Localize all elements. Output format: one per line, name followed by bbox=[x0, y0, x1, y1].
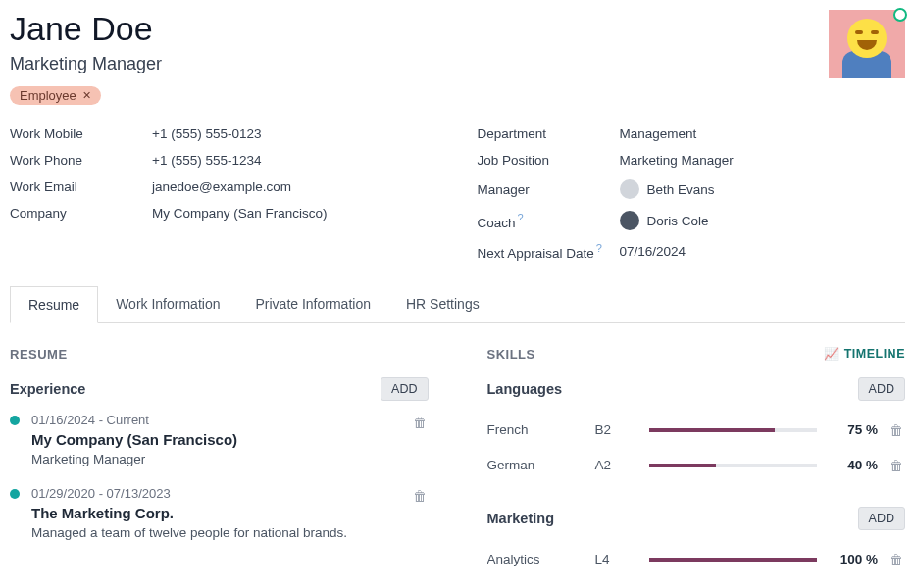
position-label: Job Position bbox=[478, 153, 620, 168]
avatar[interactable] bbox=[829, 10, 905, 78]
experience-item: 01/29/2020 - 07/13/2023 The Marketing Co… bbox=[10, 486, 429, 540]
skill-row: Digital advertisi... L4 100 % 🗑 bbox=[487, 577, 906, 589]
skills-section-title: SKILLS bbox=[487, 347, 535, 362]
delete-experience-button[interactable]: 🗑 bbox=[411, 413, 429, 432]
skill-percent: 100 % bbox=[831, 552, 878, 566]
help-icon[interactable]: ? bbox=[596, 242, 602, 254]
position-value[interactable]: Marketing Manager bbox=[620, 153, 734, 168]
coach-name: Doris Cole bbox=[647, 214, 709, 228]
skill-level: A2 bbox=[595, 458, 639, 472]
manager-value[interactable]: Beth Evans bbox=[620, 179, 715, 199]
skill-progress bbox=[649, 558, 818, 562]
coach-avatar-icon bbox=[620, 211, 639, 230]
work-phone-label: Work Phone bbox=[10, 153, 152, 168]
skill-row: French B2 75 % 🗑 bbox=[487, 413, 906, 448]
experience-company: The Marketing Corp. bbox=[31, 505, 347, 521]
tab-hr-settings[interactable]: HR Settings bbox=[388, 286, 497, 322]
skill-percent: 75 % bbox=[831, 422, 878, 437]
skill-progress bbox=[649, 428, 818, 432]
timeline-bullet-icon bbox=[10, 416, 20, 425]
timeline-bullet-icon bbox=[10, 489, 20, 499]
help-icon[interactable]: ? bbox=[518, 212, 524, 223]
skill-percent: 40 % bbox=[831, 458, 878, 472]
timeline-link[interactable]: TIMELINE bbox=[824, 347, 905, 361]
manager-label: Manager bbox=[478, 182, 620, 197]
skill-name: French bbox=[487, 422, 585, 437]
experience-dates: 01/29/2020 - 07/13/2023 bbox=[31, 486, 347, 501]
appraisal-label: Next Appraisal Date? bbox=[478, 242, 620, 261]
delete-skill-button[interactable]: 🗑 bbox=[888, 585, 905, 589]
experience-title: Experience bbox=[10, 381, 85, 397]
tab-work-information[interactable]: Work Information bbox=[98, 286, 237, 322]
tabs: Resume Work Information Private Informat… bbox=[10, 286, 905, 323]
manager-name: Beth Evans bbox=[647, 182, 715, 197]
skill-level: B2 bbox=[595, 422, 639, 437]
experience-role: Marketing Manager bbox=[31, 452, 237, 466]
tab-private-information[interactable]: Private Information bbox=[237, 286, 388, 322]
timeline-label: TIMELINE bbox=[844, 347, 905, 361]
company-value[interactable]: My Company (San Francisco) bbox=[152, 206, 328, 220]
manager-avatar-icon bbox=[620, 179, 639, 199]
add-experience-button[interactable]: ADD bbox=[381, 377, 428, 401]
coach-label: Coach? bbox=[478, 212, 620, 230]
skill-progress bbox=[649, 464, 818, 467]
employee-name: Jane Doe bbox=[10, 10, 905, 48]
department-label: Department bbox=[478, 126, 620, 141]
experience-company: My Company (San Francisco) bbox=[31, 431, 237, 448]
delete-experience-button[interactable]: 🗑 bbox=[411, 486, 429, 506]
delete-skill-button[interactable]: 🗑 bbox=[888, 456, 905, 475]
work-mobile-label: Work Mobile bbox=[10, 126, 152, 141]
work-email-label: Work Email bbox=[10, 179, 152, 194]
work-phone-value[interactable]: +1 (555) 555-1234 bbox=[152, 153, 261, 168]
work-email-value[interactable]: janedoe@example.com bbox=[152, 179, 291, 194]
tag-label: Employee bbox=[20, 88, 76, 103]
skill-name: Analytics bbox=[487, 552, 585, 566]
add-skill-button[interactable]: ADD bbox=[858, 377, 905, 401]
work-mobile-value[interactable]: +1 (555) 555-0123 bbox=[152, 126, 261, 141]
skill-row: Analytics L4 100 % 🗑 bbox=[487, 542, 906, 577]
tag-employee[interactable]: Employee ✕ bbox=[10, 86, 101, 105]
coach-value[interactable]: Doris Cole bbox=[620, 211, 709, 230]
experience-item: 01/16/2024 - Current My Company (San Fra… bbox=[10, 413, 429, 466]
add-skill-button[interactable]: ADD bbox=[858, 507, 905, 530]
delete-skill-button[interactable]: 🗑 bbox=[888, 420, 905, 440]
experience-dates: 01/16/2024 - Current bbox=[31, 413, 237, 427]
department-value[interactable]: Management bbox=[620, 126, 697, 141]
tab-resume[interactable]: Resume bbox=[10, 286, 98, 323]
tags-row: Employee ✕ bbox=[10, 86, 905, 105]
chart-line-icon bbox=[824, 347, 839, 361]
skill-group-title: Languages bbox=[487, 381, 563, 397]
delete-skill-button[interactable]: 🗑 bbox=[888, 550, 905, 569]
skill-name: German bbox=[487, 458, 585, 472]
company-label: Company bbox=[10, 206, 152, 220]
skill-row: German A2 40 % 🗑 bbox=[487, 448, 906, 483]
skill-group-title: Marketing bbox=[487, 511, 555, 526]
job-title: Marketing Manager bbox=[10, 54, 905, 74]
resume-section-title: RESUME bbox=[10, 347, 68, 362]
experience-role: Managed a team of twelve people for nati… bbox=[31, 525, 347, 540]
appraisal-value[interactable]: 07/16/2024 bbox=[620, 244, 686, 259]
skill-level: L4 bbox=[595, 552, 639, 566]
tag-remove-icon[interactable]: ✕ bbox=[82, 89, 91, 102]
